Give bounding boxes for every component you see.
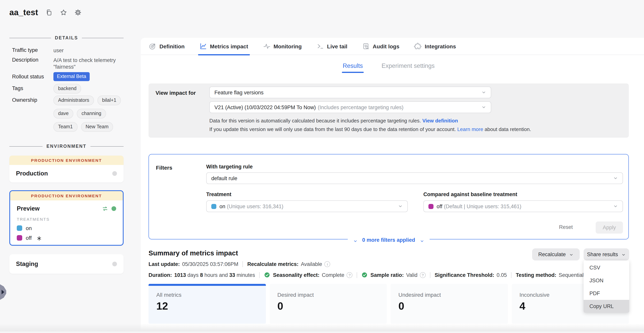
targeting-rule-value: default rule xyxy=(211,175,238,181)
view-impact-panel: View impact for Feature flag versions V2… xyxy=(148,84,629,138)
environment-card-preview[interactable]: PRODUCTION ENVIRONMENT Preview TREATMENT… xyxy=(9,190,124,246)
status-row-2: Duration: 1013 days 8 hours and 33 minut… xyxy=(148,272,584,278)
version-value: V21 (Active) (10/03/2022 04:59PM To Now) xyxy=(214,104,316,110)
metric-card-undesired-impact[interactable]: Undesired impact 0 xyxy=(390,284,508,324)
menu-item-csv[interactable]: CSV xyxy=(584,261,629,274)
metric-card-label: Desired impact xyxy=(277,292,314,298)
share-results-button[interactable]: Share results xyxy=(584,248,629,260)
chevron-down-icon xyxy=(613,176,618,180)
metric-card-label: Undesired impact xyxy=(398,292,441,298)
sample-ratio-value: Valid xyxy=(406,272,418,278)
treatment-label: Treatment xyxy=(206,192,231,197)
help-icon[interactable]: ? xyxy=(347,272,352,278)
treatment-select[interactable]: on (Unique users: 316,341) xyxy=(206,200,408,212)
treatment-value-name: on xyxy=(220,203,225,209)
puzzle-icon xyxy=(414,42,422,50)
ownership-label: Ownership xyxy=(12,97,51,103)
help-icon[interactable]: ? xyxy=(420,272,426,278)
duration-minutes: 33 xyxy=(229,272,235,278)
metric-card-label: Inconclusive xyxy=(520,292,550,298)
auto-calc-text: Data for this version is automatically c… xyxy=(209,118,421,124)
menu-item-copy-url[interactable]: Copy URL xyxy=(584,300,629,313)
swap-arrows-icon[interactable] xyxy=(102,205,108,212)
environment-card-staging[interactable]: Staging xyxy=(9,254,124,274)
treatment-color-swatch xyxy=(211,204,216,209)
traffic-type-row: Traffic type user xyxy=(12,47,51,53)
divider xyxy=(243,261,243,267)
reset-button[interactable]: Reset xyxy=(559,224,573,230)
filters-label: Filters xyxy=(156,164,172,171)
view-definition-link[interactable]: View definition xyxy=(422,118,458,124)
metric-card-value: 0 xyxy=(398,300,404,312)
subtab-results[interactable]: Results xyxy=(343,62,363,73)
rollout-status-badge: External Beta xyxy=(54,72,90,81)
divider xyxy=(430,272,430,278)
tab-label: Audit logs xyxy=(373,43,400,49)
share-results-menu: CSV JSON PDF Copy URL xyxy=(584,260,629,313)
divider xyxy=(511,272,512,278)
more-filters-text: 0 more filters applied xyxy=(362,237,415,243)
menu-item-json[interactable]: JSON xyxy=(584,274,629,287)
version-select[interactable]: V21 (Active) (10/03/2022 04:59PM To Now)… xyxy=(209,102,491,113)
tags-row: Tags backend xyxy=(12,86,51,91)
sidebar: DETAILS Traffic type user Description A/… xyxy=(0,0,132,333)
metric-card-value: 4 xyxy=(520,300,525,312)
pulse-icon xyxy=(263,42,270,50)
env-name-row: Staging xyxy=(9,254,124,274)
tags-list: backend xyxy=(54,84,130,94)
more-filters-toggle[interactable]: 0 more filters applied xyxy=(348,237,430,243)
duration-value: 1013 days 8 hours and 33 minutes xyxy=(174,272,255,278)
baseline-select[interactable]: off (Default | Unique users: 315,461) xyxy=(423,200,623,212)
divider xyxy=(357,272,357,278)
info-icon[interactable]: i xyxy=(324,261,330,267)
ownership-row: Ownership Administrators bilal+1 dave ch… xyxy=(12,97,51,103)
metric-card-value: 0 xyxy=(277,300,283,312)
metric-card-desired-impact[interactable]: Desired impact 0 xyxy=(270,284,387,324)
owners-list: Administrators bilal+1 dave channing Tea… xyxy=(54,96,130,132)
owner-pill: Team1 xyxy=(54,122,78,132)
treatment-name: on xyxy=(26,225,32,231)
tab-live-tail[interactable]: Live tail xyxy=(316,38,347,55)
treatment-item-on: on xyxy=(10,225,123,231)
tab-audit-logs[interactable]: Audit logs xyxy=(362,38,400,55)
duration-label: Duration: xyxy=(148,272,172,278)
targeting-rule-select[interactable]: default rule xyxy=(206,172,623,184)
significance-threshold-value: 0.05 xyxy=(497,272,507,278)
environment-card-production[interactable]: PRODUCTION ENVIRONMENT Production xyxy=(9,156,124,182)
recalculate-button[interactable]: Recalculate xyxy=(532,248,580,260)
app-window: aa_test DETAILS Traffic type user Descri… xyxy=(0,0,644,333)
check-circle-icon xyxy=(264,272,270,278)
document-search-icon xyxy=(362,42,370,50)
duration-minutes-unit: minutes xyxy=(235,272,255,278)
tab-monitoring[interactable]: Monitoring xyxy=(263,38,302,55)
chevron-down-icon xyxy=(482,90,486,95)
baseline-value-detail: (Default | Unique users: 315,461) xyxy=(444,203,522,209)
metric-card-all-metrics[interactable]: All metrics 12 xyxy=(148,284,266,324)
details-section-label: DETAILS xyxy=(55,36,78,40)
impact-source-value: Feature flag versions xyxy=(214,90,264,95)
env-name-row: Production xyxy=(9,165,124,182)
learn-more-link[interactable]: Learn more xyxy=(457,126,483,132)
description-row: Description A/A test to check telemetry … xyxy=(12,57,51,63)
chevron-right-icon xyxy=(2,290,4,294)
subtab-experiment-settings[interactable]: Experiment settings xyxy=(382,62,435,73)
tab-integrations[interactable]: Integrations xyxy=(414,38,456,55)
tab-metrics-impact[interactable]: Metrics impact xyxy=(200,38,248,55)
apply-button[interactable]: Apply xyxy=(596,222,623,234)
share-results-button-label: Share results xyxy=(587,252,618,257)
duration-hours-unit: hours and xyxy=(203,272,229,278)
status-dot-gray xyxy=(112,171,117,176)
menu-item-pdf[interactable]: PDF xyxy=(584,287,629,300)
metric-card-label: All metrics xyxy=(156,292,182,298)
significance-threshold-label: Significance Threshold: xyxy=(435,272,494,278)
last-update-value: 05/30/2025 03:57:06PM xyxy=(182,261,238,267)
owner-pill: dave xyxy=(54,109,73,118)
baseline-label: Compared against baseline treatment xyxy=(423,192,517,197)
treatment-value-detail: (Unique users: 316,341) xyxy=(227,203,284,209)
divider xyxy=(90,146,124,146)
traffic-type-label: Traffic type xyxy=(12,47,51,53)
production-environment-banner: PRODUCTION ENVIRONMENT xyxy=(9,156,124,165)
impact-source-select[interactable]: Feature flag versions xyxy=(209,86,491,98)
tab-definition[interactable]: Definition xyxy=(149,38,184,55)
tab-label: Integrations xyxy=(425,43,456,49)
